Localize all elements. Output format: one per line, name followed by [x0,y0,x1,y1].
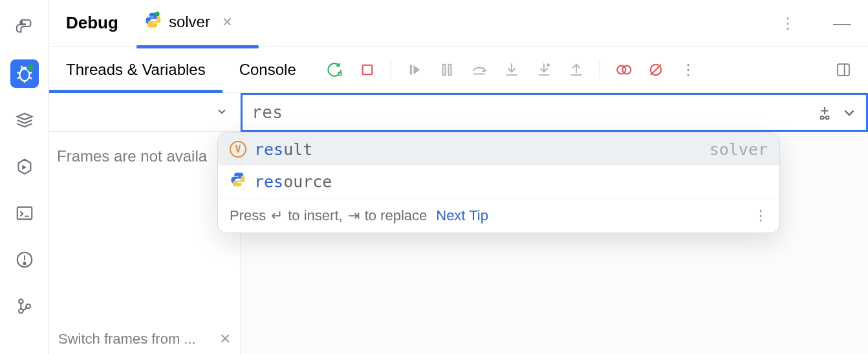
close-tab-icon[interactable]: ✕ [222,14,233,30]
svg-point-4 [23,262,25,264]
python-file-icon [144,11,162,33]
debug-subtabs: Threads & Variables Console ⋮ [49,47,868,93]
completion-more-icon[interactable]: ⋮ [754,207,768,224]
subtab-console[interactable]: Console [222,47,313,92]
tool-window-options-icon[interactable]: ⋮ [780,14,796,32]
tab-key-icon: ⇥ [348,207,360,224]
svg-rect-18 [838,64,849,76]
svg-point-20 [826,116,829,120]
expression-history-dropdown-icon[interactable] [839,102,860,123]
frames-panel: Frames are not availa Switch frames from… [49,93,241,354]
frames-footer-text[interactable]: Switch frames from ... [58,331,196,348]
tab-file-label: solver [169,13,210,31]
layout-settings-icon[interactable] [833,59,854,80]
sidebar-debug-icon[interactable] [10,59,39,88]
stop-icon[interactable] [357,59,378,80]
tab-debug[interactable]: Debug [66,13,118,33]
svg-rect-10 [362,65,372,74]
next-tip-link[interactable]: Next Tip [436,207,488,224]
svg-point-16 [622,65,631,74]
frames-footer-close-icon[interactable]: ✕ [219,331,231,348]
completion-item-result[interactable]: V result solver [218,133,779,165]
pause-icon[interactable] [437,59,457,80]
divider [600,60,600,79]
tab-file-solver[interactable]: solver ✕ [144,11,233,36]
add-watch-icon[interactable] [814,102,835,123]
svg-rect-2 [17,207,32,220]
step-into-my-code-icon[interactable] [534,59,554,80]
completion-hint-bar: Press ↵ to insert, ⇥ to replace Next Tip… [218,198,779,233]
sidebar-services-icon[interactable] [10,152,39,181]
rerun-icon[interactable] [325,59,345,80]
step-out-icon[interactable] [566,59,587,80]
frames-thread-dropdown-icon[interactable] [215,105,228,120]
tool-window-tabs: Debug solver ✕ ⋮ — [49,0,868,47]
step-into-icon[interactable] [501,59,522,80]
svg-point-5 [19,299,23,304]
svg-point-6 [19,309,23,313]
more-actions-icon[interactable]: ⋮ [678,59,699,80]
step-over-icon[interactable] [469,59,490,80]
view-breakpoints-icon[interactable] [613,59,634,80]
evaluate-expression-input[interactable] [243,102,814,123]
svg-point-14 [547,63,550,67]
completion-item-location: solver [710,140,768,159]
sidebar-python-console-icon[interactable] [10,13,39,41]
sidebar-stack-icon[interactable] [10,106,39,134]
divider [391,60,391,79]
enter-key-icon: ↵ [271,207,283,224]
code-completion-popup: V result solver resource Press ↵ to inse… [217,132,780,233]
resume-icon[interactable] [404,59,425,80]
sidebar-git-icon[interactable] [10,292,39,320]
svg-point-8 [155,11,160,16]
evaluate-expression-bar [241,93,868,132]
sidebar-problems-icon[interactable] [10,245,39,274]
tool-sidebar [0,0,49,354]
svg-point-19 [821,116,824,120]
completion-item-resource[interactable]: resource [218,165,779,198]
mute-breakpoints-icon[interactable] [646,59,666,80]
svg-point-0 [21,21,22,23]
frames-empty-text: Frames are not availa [49,132,240,324]
svg-rect-13 [448,64,451,74]
debug-toolbar: ⋮ [313,59,699,80]
svg-rect-12 [442,64,445,74]
variable-badge-icon: V [230,141,246,158]
subtab-threads-variables[interactable]: Threads & Variables [49,47,222,92]
sidebar-terminal-icon[interactable] [10,199,39,227]
svg-rect-11 [409,65,411,74]
python-module-icon [230,171,246,192]
minimize-icon[interactable]: — [833,13,851,34]
